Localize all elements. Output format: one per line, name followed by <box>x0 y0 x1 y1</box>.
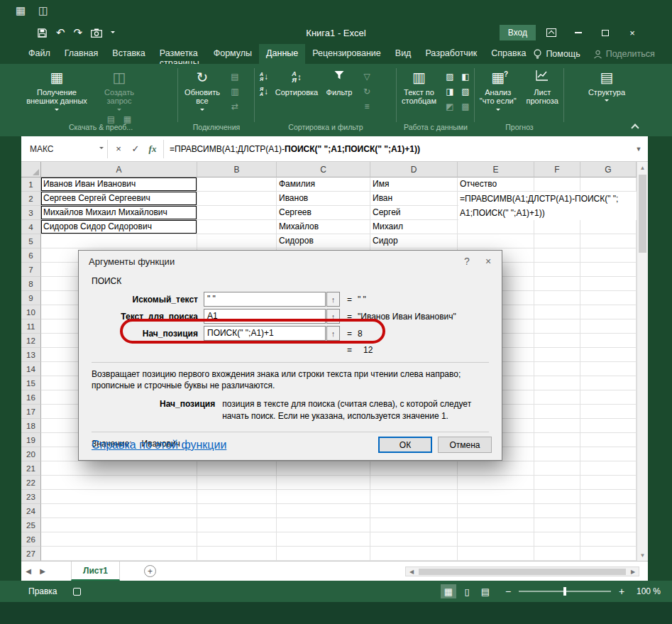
cell-G4[interactable] <box>580 220 637 234</box>
cell-G12[interactable] <box>580 334 637 348</box>
row-header-7[interactable]: 7 <box>21 263 41 277</box>
cell-F27[interactable] <box>534 547 580 561</box>
cell-E2-edit-overlay[interactable]: =ПРАВСИМВ(A1;ДЛСТР(A1)-ПОИСК(" "; A1;ПОИ… <box>458 192 637 220</box>
connections-icon[interactable]: ▤ <box>228 70 242 83</box>
sheet-tab-list1[interactable]: Лист1 <box>71 562 120 581</box>
cell-G9[interactable] <box>580 291 637 305</box>
row-header-11[interactable]: 11 <box>21 319 41 334</box>
cell-F21[interactable] <box>534 461 580 476</box>
zoom-slider[interactable] <box>519 591 611 592</box>
cell-F14[interactable] <box>534 362 580 376</box>
cell-C1[interactable]: Фамилия <box>277 177 370 192</box>
cell-A1[interactable]: Иванов Иван Иванович <box>41 177 197 192</box>
cell-B3[interactable] <box>197 206 277 220</box>
cell-B23[interactable] <box>197 490 277 504</box>
cell-D4[interactable]: Михаил <box>370 220 458 234</box>
text-to-columns-button[interactable]: ▥ Текст по столбцам <box>399 67 439 106</box>
cell-D26[interactable] <box>370 532 458 547</box>
cell-F24[interactable] <box>534 504 580 518</box>
row-header-23[interactable]: 23 <box>21 490 41 504</box>
close-button[interactable]: × <box>621 23 644 43</box>
cell-D2[interactable]: Иван <box>370 192 458 206</box>
ribbon-tab-help[interactable]: Справка <box>484 44 533 64</box>
select-all-corner[interactable] <box>21 162 41 177</box>
prev-sheet-icon[interactable]: ◀ <box>21 567 35 575</box>
cell-G15[interactable] <box>580 376 637 390</box>
cell-F12[interactable] <box>534 334 580 348</box>
cell-F6[interactable] <box>534 248 580 263</box>
name-box-dropdown-icon[interactable] <box>96 146 107 151</box>
cell-G26[interactable] <box>580 532 637 547</box>
row-header-12[interactable]: 12 <box>21 334 41 348</box>
zoom-in-button[interactable]: + <box>617 586 627 597</box>
row-header-1[interactable]: 1 <box>21 177 41 192</box>
cell-A25[interactable] <box>41 518 197 532</box>
share-button[interactable]: Поделиться <box>593 49 655 59</box>
column-header-D[interactable]: D <box>370 162 458 177</box>
cell-C26[interactable] <box>277 532 370 547</box>
normal-view-button[interactable]: ▦ <box>441 584 456 598</box>
cell-G23[interactable] <box>580 490 637 504</box>
cell-C4[interactable]: Михайлов <box>277 220 370 234</box>
expand-formula-bar-icon[interactable]: ▼ <box>632 146 645 153</box>
scroll-left-icon[interactable]: ◀ <box>406 569 417 575</box>
cell-F18[interactable] <box>534 419 580 433</box>
manage-data-model-icon[interactable]: ▩ <box>458 99 473 113</box>
row-header-16[interactable]: 16 <box>21 390 41 405</box>
ribbon-tab-file[interactable]: Файл <box>21 44 57 64</box>
cell-F25[interactable] <box>534 518 580 532</box>
cell-B25[interactable] <box>197 518 277 532</box>
confirm-entry-icon[interactable]: ✓ <box>128 141 143 157</box>
row-header-14[interactable]: 14 <box>21 362 41 376</box>
customize-qat-button[interactable] <box>111 26 115 39</box>
column-header-B[interactable]: B <box>197 162 277 177</box>
collapse-dialog-icon[interactable]: ↑ <box>326 292 340 307</box>
cell-G17[interactable] <box>580 405 637 419</box>
cell-F8[interactable] <box>534 277 580 291</box>
cell-G25[interactable] <box>580 518 637 532</box>
cell-G13[interactable] <box>580 348 637 362</box>
get-external-data-button[interactable]: ▦ Получение внешних данных <box>26 67 88 113</box>
macro-record-icon[interactable] <box>73 588 81 596</box>
cell-E26[interactable] <box>458 532 534 547</box>
cell-D5[interactable]: Сидор <box>370 234 458 248</box>
properties-icon[interactable]: ▥ <box>228 84 242 98</box>
function-help-link[interactable]: Справка по этой функции <box>92 439 226 451</box>
vertical-scroll-thumb[interactable] <box>639 175 646 253</box>
ribbon-tab-home[interactable]: Главная <box>57 44 106 64</box>
tellme-tab[interactable]: Помощь <box>533 49 580 60</box>
row-header-9[interactable]: 9 <box>21 291 41 305</box>
cell-B26[interactable] <box>197 532 277 547</box>
page-layout-view-button[interactable]: ▯ <box>459 584 475 598</box>
cell-G11[interactable] <box>580 319 637 334</box>
column-header-G[interactable]: G <box>580 162 637 177</box>
cell-D1[interactable]: Имя <box>370 177 458 192</box>
cell-C3[interactable]: Сергеев <box>277 206 370 220</box>
column-header-C[interactable]: C <box>277 162 370 177</box>
dialog-close-icon[interactable]: × <box>478 251 499 272</box>
cell-A26[interactable] <box>41 532 197 547</box>
cell-F9[interactable] <box>534 291 580 305</box>
cell-A23[interactable] <box>41 490 197 504</box>
undo-icon[interactable]: ↶ <box>56 26 65 39</box>
cell-F5[interactable] <box>534 234 580 248</box>
cell-B2[interactable] <box>197 192 277 206</box>
cell-G14[interactable] <box>580 362 637 376</box>
ribbon-tab-developer[interactable]: Разработчик <box>418 44 484 64</box>
cell-C23[interactable] <box>277 490 370 504</box>
row-header-8[interactable]: 8 <box>21 277 41 291</box>
cell-C2[interactable]: Иванов <box>277 192 370 206</box>
cell-G8[interactable] <box>580 277 637 291</box>
cell-C22[interactable] <box>277 476 370 490</box>
cell-E23[interactable] <box>458 490 534 504</box>
minimize-button[interactable] <box>567 23 590 43</box>
cell-B4[interactable] <box>197 220 277 234</box>
horizontal-scrollbar[interactable]: ◀ ▶ <box>405 566 639 576</box>
collapse-dialog-icon[interactable]: ↑ <box>326 326 340 341</box>
zoom-level[interactable]: 100 % <box>629 586 661 596</box>
add-sheet-button[interactable]: + <box>144 565 156 577</box>
row-header-20[interactable]: 20 <box>21 447 41 461</box>
refresh-all-button[interactable]: ↻ Обновить все <box>180 67 224 113</box>
cell-A3[interactable]: Михайлов Михаил Михайлович <box>41 206 197 220</box>
cell-D23[interactable] <box>370 490 458 504</box>
